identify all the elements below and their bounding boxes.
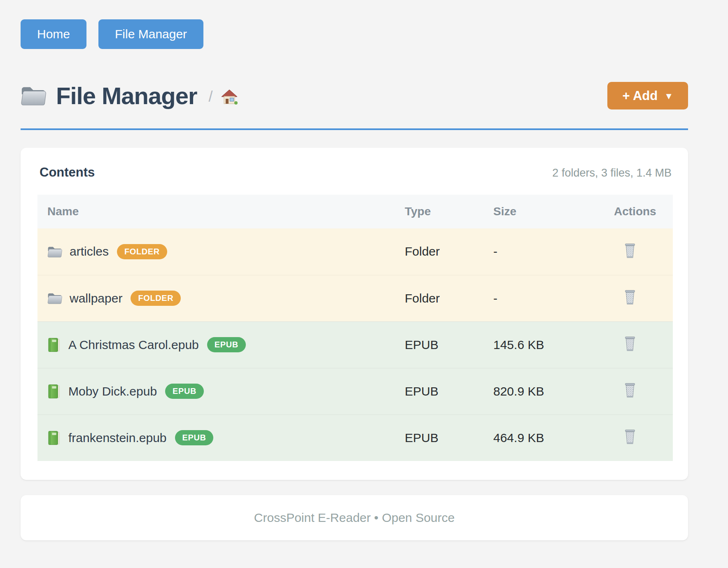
page-title: File Manager xyxy=(56,83,197,109)
table-row-moby-dick: Moby Dick.epub EPUB EPUB 820.9 KB xyxy=(37,368,673,414)
type-cell: Folder xyxy=(405,228,493,275)
delete-button[interactable] xyxy=(623,242,637,258)
contents-summary: 2 folders, 3 files, 1.4 MB xyxy=(552,167,672,179)
wastebasket-icon xyxy=(623,428,637,445)
type-cell: EPUB xyxy=(405,414,493,461)
file-name-link[interactable]: A Christmas Carol.epub xyxy=(68,338,199,352)
contents-header: Contents 2 folders, 3 files, 1.4 MB xyxy=(37,165,673,180)
folder-icon xyxy=(21,84,47,107)
nav-home-button[interactable]: Home xyxy=(21,19,86,49)
column-header-type: Type xyxy=(405,195,493,228)
top-navigation: Home File Manager xyxy=(21,19,688,49)
folder-icon xyxy=(47,245,63,258)
epub-badge: EPUB xyxy=(207,337,246,352)
delete-button[interactable] xyxy=(623,382,637,398)
size-cell: 145.6 KB xyxy=(493,321,614,368)
type-cell: EPUB xyxy=(405,321,493,368)
chevron-down-icon: ▼ xyxy=(664,91,673,102)
title-group: File Manager / xyxy=(21,83,238,109)
contents-title: Contents xyxy=(40,165,95,180)
size-cell: 820.9 KB xyxy=(493,368,614,414)
nav-file-manager-button[interactable]: File Manager xyxy=(98,19,203,49)
green-book-icon xyxy=(47,384,61,399)
wastebasket-icon xyxy=(623,382,637,398)
green-book-icon xyxy=(47,338,61,352)
table-row-wallpaper: wallpaper FOLDER Folder - xyxy=(37,275,673,321)
table-header-row: Name Type Size Actions xyxy=(37,195,673,228)
folder-badge: FOLDER xyxy=(117,244,167,259)
footer-text: CrossPoint E-Reader • Open Source xyxy=(254,511,455,525)
table-row-frankenstein: frankenstein.epub EPUB EPUB 464.9 KB xyxy=(37,414,673,461)
green-book-icon xyxy=(47,431,61,445)
folder-badge: FOLDER xyxy=(131,291,181,306)
delete-button[interactable] xyxy=(623,289,637,305)
add-button-label: + Add xyxy=(622,88,658,103)
file-name-link[interactable]: frankenstein.epub xyxy=(68,431,167,445)
house-icon[interactable] xyxy=(221,89,238,105)
folder-icon xyxy=(47,291,63,305)
type-cell: EPUB xyxy=(405,368,493,414)
page-header: File Manager / + Add ▼ xyxy=(21,82,688,130)
size-cell: 464.9 KB xyxy=(493,414,614,461)
delete-button[interactable] xyxy=(623,428,637,445)
size-cell: - xyxy=(493,275,614,321)
file-name-link[interactable]: Moby Dick.epub xyxy=(68,384,157,398)
epub-badge: EPUB xyxy=(165,384,204,399)
size-cell: - xyxy=(493,228,614,275)
file-name-link[interactable]: wallpaper xyxy=(70,291,122,305)
file-name-link[interactable]: articles xyxy=(70,244,109,258)
table-row-christmas-carol: A Christmas Carol.epub EPUB EPUB 145.6 K… xyxy=(37,321,673,368)
breadcrumb-separator: / xyxy=(209,88,213,105)
column-header-actions: Actions xyxy=(614,195,673,228)
column-header-size: Size xyxy=(493,195,614,228)
type-cell: Folder xyxy=(405,275,493,321)
column-header-name: Name xyxy=(37,195,405,228)
delete-button[interactable] xyxy=(623,335,637,352)
contents-card: Contents 2 folders, 3 files, 1.4 MB Name… xyxy=(21,148,688,480)
wastebasket-icon xyxy=(623,242,637,258)
table-row-articles: articles FOLDER Folder - xyxy=(37,228,673,275)
epub-badge: EPUB xyxy=(175,430,214,445)
file-manager-page: Home File Manager File Manager / + Add ▼… xyxy=(0,0,728,568)
add-button[interactable]: + Add ▼ xyxy=(607,82,688,109)
footer: CrossPoint E-Reader • Open Source xyxy=(21,495,688,540)
file-table: Name Type Size Actions articles FOLDER xyxy=(37,195,673,461)
wastebasket-icon xyxy=(623,289,637,305)
wastebasket-icon xyxy=(623,335,637,352)
